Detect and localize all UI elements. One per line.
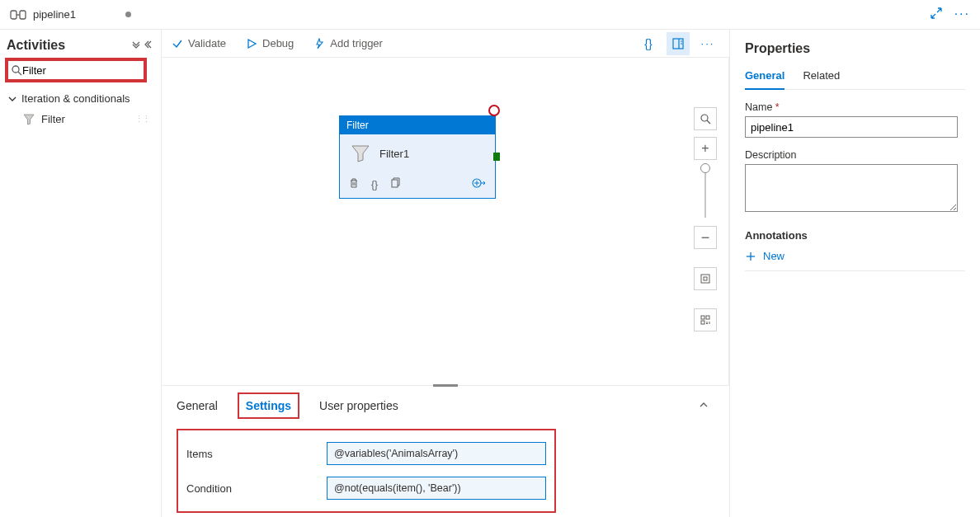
drag-grip-icon: ⋮⋮	[134, 114, 149, 125]
svg-rect-16	[701, 275, 709, 283]
items-label: Items	[186, 448, 327, 460]
annotations-heading: Annotations	[745, 229, 965, 242]
pipeline-canvas[interactable]: Filter Filter1 {} +	[162, 58, 729, 385]
node-output-handle[interactable]	[493, 153, 500, 161]
copy-icon[interactable]	[389, 177, 401, 191]
tab-general[interactable]: General	[177, 392, 218, 419]
node-name-label: Filter1	[379, 148, 409, 160]
activities-group-label: Iteration & conditionals	[21, 92, 130, 105]
svg-rect-0	[11, 11, 16, 19]
properties-heading: Properties	[745, 41, 965, 56]
prop-tab-related[interactable]: Related	[803, 69, 840, 89]
more-icon[interactable]: ···	[954, 7, 970, 22]
zoom-in-button[interactable]: +	[694, 137, 717, 160]
activities-search-input[interactable]	[22, 64, 141, 77]
svg-line-4	[18, 72, 21, 75]
zoom-slider-thumb[interactable]	[700, 163, 710, 173]
add-annotation-button[interactable]: New	[745, 250, 965, 271]
validate-button[interactable]: Validate	[172, 37, 226, 49]
svg-rect-20	[701, 321, 704, 324]
svg-rect-19	[706, 316, 709, 319]
canvas-search-button[interactable]	[694, 107, 717, 130]
trigger-icon	[313, 38, 325, 49]
prop-tab-general[interactable]: General	[745, 69, 784, 90]
tab-settings[interactable]: Settings	[238, 392, 299, 419]
funnel-icon	[23, 114, 35, 125]
unsaved-indicator-icon	[125, 12, 131, 17]
settings-form-highlight: Items Condition	[177, 429, 556, 513]
fit-screen-button[interactable]	[694, 267, 717, 290]
plus-icon	[745, 251, 756, 262]
json-view-button[interactable]: {}	[637, 32, 660, 55]
activity-item-label: Filter	[41, 113, 65, 125]
add-output-icon[interactable]	[472, 177, 487, 191]
add-trigger-label: Add trigger	[330, 37, 383, 49]
items-input[interactable]	[327, 442, 546, 465]
tab-user-properties[interactable]: User properties	[319, 392, 398, 419]
debug-label: Debug	[262, 37, 294, 49]
zoom-out-button[interactable]: −	[694, 226, 717, 249]
svg-point-3	[12, 66, 19, 73]
activity-item-filter[interactable]: Filter ⋮⋮	[7, 108, 154, 130]
node-type-label: Filter	[340, 116, 495, 134]
chevron-down-icon	[8, 95, 16, 103]
funnel-icon	[350, 143, 371, 164]
name-field-label: Name *	[745, 101, 965, 113]
name-input[interactable]	[745, 116, 958, 138]
description-field-label: Description	[745, 149, 965, 161]
debug-button[interactable]: Debug	[246, 37, 294, 49]
svg-rect-9	[392, 180, 398, 187]
validate-label: Validate	[188, 37, 226, 49]
panel-resize-handle[interactable]	[433, 384, 458, 387]
chevron-double-down-icon[interactable]	[131, 40, 141, 52]
auto-layout-button[interactable]	[694, 308, 717, 331]
validation-error-icon	[488, 105, 500, 116]
svg-rect-18	[701, 316, 704, 319]
tab-title[interactable]: pipeline1	[33, 8, 76, 21]
properties-toggle-button[interactable]	[667, 32, 690, 55]
activities-heading: Activities	[7, 38, 65, 53]
search-icon	[11, 64, 22, 76]
collapse-left-icon[interactable]	[144, 40, 154, 52]
pipeline-icon	[10, 8, 28, 21]
activity-config-panel: General Settings User properties Items C…	[162, 385, 729, 517]
properties-panel: Properties General Related Name * Descri…	[729, 30, 980, 517]
activities-group-iteration[interactable]: Iteration & conditionals	[7, 89, 154, 108]
activities-search[interactable]	[7, 59, 145, 81]
svg-rect-17	[704, 277, 707, 280]
svg-rect-1	[20, 11, 26, 19]
expand-icon[interactable]	[930, 7, 943, 22]
condition-input[interactable]	[327, 477, 546, 500]
checkmark-icon	[172, 38, 183, 49]
delete-icon[interactable]	[348, 177, 360, 191]
add-trigger-button[interactable]: Add trigger	[313, 37, 383, 49]
canvas-zoom-tools: + −	[694, 107, 717, 331]
add-annotation-label: New	[763, 250, 784, 262]
description-input[interactable]	[745, 164, 958, 212]
svg-point-14	[701, 115, 708, 121]
activities-panel: Activities Iteration & conditionals Filt…	[0, 30, 162, 517]
canvas-toolbar: Validate Debug Add trigger {} ···	[162, 30, 729, 58]
play-icon	[246, 38, 257, 49]
panel-collapse-icon[interactable]	[698, 399, 714, 413]
condition-label: Condition	[186, 482, 327, 495]
svg-line-15	[707, 120, 710, 124]
canvas-node-filter[interactable]: Filter Filter1 {}	[339, 115, 496, 199]
code-icon[interactable]: {}	[371, 179, 378, 190]
zoom-slider[interactable]	[704, 168, 706, 218]
toolbar-more-icon[interactable]: ···	[696, 32, 719, 55]
